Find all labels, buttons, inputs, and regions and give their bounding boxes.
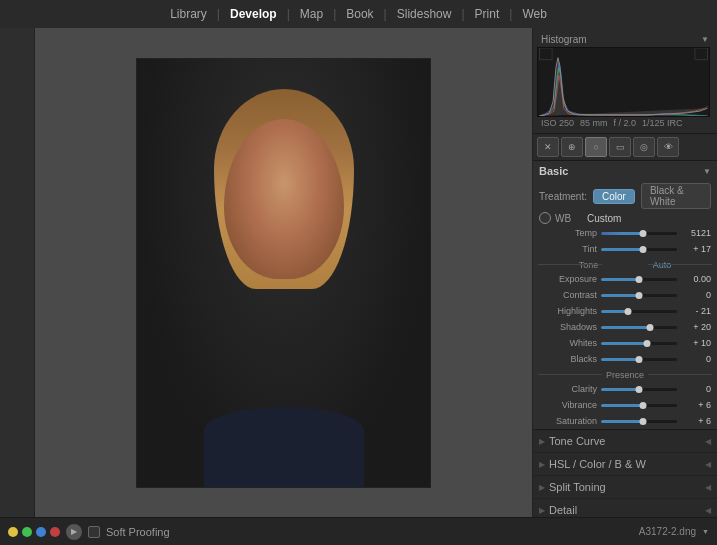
blacks-slider-fill (601, 358, 639, 361)
play-button[interactable]: ▶ (66, 524, 82, 540)
exposure-label: Exposure (539, 274, 597, 284)
blacks-slider-row: Blacks 0 (533, 351, 717, 367)
shutter-value: 1/125 IRC (642, 118, 683, 128)
soft-proofing-checkbox[interactable] (88, 526, 100, 538)
red-eye-tool[interactable]: 👁 (657, 137, 679, 157)
svg-rect-1 (695, 48, 708, 60)
clarity-slider-row: Clarity 0 (533, 381, 717, 397)
whites-slider-track[interactable] (601, 342, 677, 345)
contrast-slider-track[interactable] (601, 294, 677, 297)
brush-tool[interactable]: ○ (585, 137, 607, 157)
portrait-shirt (204, 407, 364, 487)
basic-toggle-icon[interactable]: ▼ (703, 167, 711, 176)
shadows-slider-track[interactable] (601, 326, 677, 329)
exposure-slider-thumb[interactable] (636, 276, 643, 283)
nav-sep-3: | (333, 7, 336, 21)
clarity-label: Clarity (539, 384, 597, 394)
blacks-value: 0 (681, 354, 711, 364)
hsl-arrow: ▶ (539, 460, 545, 469)
file-dropdown-icon[interactable]: ▼ (702, 528, 709, 535)
main-area: Histogram ▼ (0, 28, 717, 517)
histogram-title: Histogram (541, 34, 587, 45)
wb-eyedropper-icon[interactable] (539, 212, 551, 224)
temp-slider-thumb[interactable] (639, 230, 646, 237)
nav-web[interactable]: Web (514, 3, 554, 25)
saturation-slider-thumb[interactable] (639, 418, 646, 425)
bw-treatment-btn[interactable]: Black & White (641, 183, 711, 209)
whites-value: + 10 (681, 338, 711, 348)
shadows-slider-fill (601, 326, 650, 329)
split-toning-section[interactable]: ▶ Split Toning ◀ (533, 476, 717, 499)
vibrance-slider-row: Vibrance + 6 (533, 397, 717, 413)
basic-panel-title[interactable]: Basic ▼ (533, 161, 717, 181)
camera-info: ISO 250 85 mm f / 2.0 1/125 IRC (537, 117, 713, 129)
tint-value: + 17 (681, 244, 711, 254)
photo-display (137, 59, 430, 487)
nav-slideshow[interactable]: Slideshow (389, 3, 460, 25)
svg-rect-2 (539, 48, 552, 60)
color-treatment-btn[interactable]: Color (593, 189, 635, 204)
tint-slider-fill (601, 248, 643, 251)
vibrance-label: Vibrance (539, 400, 597, 410)
grad-tool[interactable]: ▭ (609, 137, 631, 157)
wb-value[interactable]: Custom (587, 213, 621, 224)
tint-slider-track[interactable] (601, 248, 677, 251)
contrast-value: 0 (681, 290, 711, 300)
clarity-slider-thumb[interactable] (636, 386, 643, 393)
basic-label: Basic (539, 165, 568, 177)
nav-library[interactable]: Library (162, 3, 215, 25)
nav-sep-2: | (287, 7, 290, 21)
tone-auto-btn[interactable]: Auto (653, 260, 672, 270)
tone-subsection: Tone Auto (533, 257, 717, 271)
hsl-right-icon: ◀ (705, 460, 711, 469)
whites-slider-fill (601, 342, 647, 345)
saturation-value: + 6 (681, 416, 711, 426)
tint-slider-thumb[interactable] (639, 246, 646, 253)
clarity-slider-track[interactable] (601, 388, 677, 391)
hsl-section[interactable]: ▶ HSL / Color / B & W ◀ (533, 453, 717, 476)
presence-label: Presence (606, 370, 644, 380)
photo-container (136, 58, 431, 488)
detail-right-icon: ◀ (705, 506, 711, 515)
nav-book[interactable]: Book (338, 3, 381, 25)
saturation-slider-track[interactable] (601, 420, 677, 423)
tone-curve-section[interactable]: ▶ Tone Curve ◀ (533, 430, 717, 453)
vibrance-slider-track[interactable] (601, 404, 677, 407)
tone-label: Tone (579, 260, 599, 270)
red-label-dot[interactable] (50, 527, 60, 537)
iso-value: ISO 250 (541, 118, 574, 128)
temp-slider-track[interactable] (601, 232, 677, 235)
exposure-slider-track[interactable] (601, 278, 677, 281)
blacks-slider-thumb[interactable] (636, 356, 643, 363)
histogram-section: Histogram ▼ (533, 28, 717, 134)
treatment-label: Treatment: (539, 191, 587, 202)
vibrance-slider-fill (601, 404, 643, 407)
temp-slider-fill (601, 232, 643, 235)
heal-tool[interactable]: ⊕ (561, 137, 583, 157)
nav-print[interactable]: Print (467, 3, 508, 25)
clarity-slider-fill (601, 388, 639, 391)
focal-value: 85 mm (580, 118, 608, 128)
highlights-slider-track[interactable] (601, 310, 677, 313)
bottom-bar: ▶ Soft Proofing A3172-2.dng ▼ (0, 517, 717, 545)
highlights-slider-row: Highlights - 21 (533, 303, 717, 319)
crop-tool[interactable]: ✕ (537, 137, 559, 157)
highlights-slider-thumb[interactable] (624, 308, 631, 315)
basic-panel: Basic ▼ Treatment: Color Black & White W… (533, 161, 717, 430)
green-label-dot[interactable] (22, 527, 32, 537)
histogram-toggle-icon[interactable]: ▼ (701, 35, 709, 44)
histogram-svg (538, 48, 709, 116)
vibrance-slider-thumb[interactable] (639, 402, 646, 409)
blacks-slider-track[interactable] (601, 358, 677, 361)
nav-develop[interactable]: Develop (222, 3, 285, 25)
detail-section[interactable]: ▶ Detail ◀ (533, 499, 717, 517)
saturation-slider-fill (601, 420, 643, 423)
blue-label-dot[interactable] (36, 527, 46, 537)
yellow-label-dot[interactable] (8, 527, 18, 537)
whites-slider-thumb[interactable] (643, 340, 650, 347)
contrast-slider-thumb[interactable] (636, 292, 643, 299)
shadows-slider-thumb[interactable] (647, 324, 654, 331)
radial-tool[interactable]: ◎ (633, 137, 655, 157)
whites-slider-row: Whites + 10 (533, 335, 717, 351)
nav-map[interactable]: Map (292, 3, 331, 25)
